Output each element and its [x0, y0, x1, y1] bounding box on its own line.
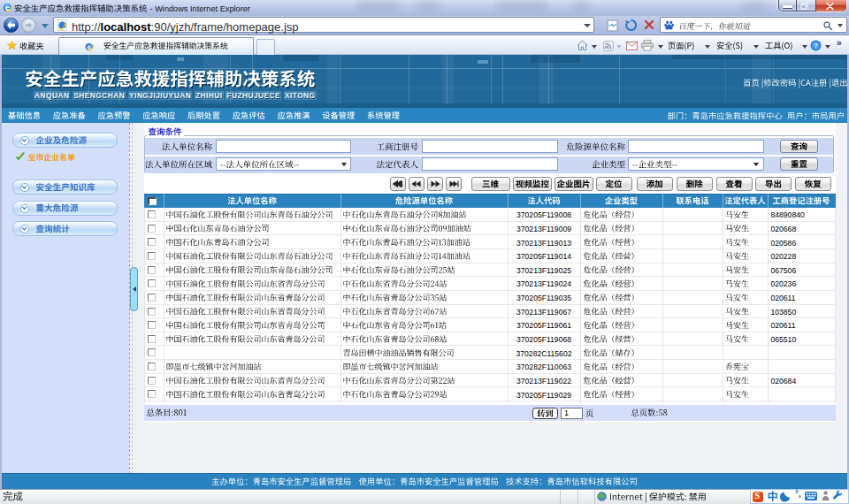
- svg-text:?: ?: [814, 42, 817, 49]
